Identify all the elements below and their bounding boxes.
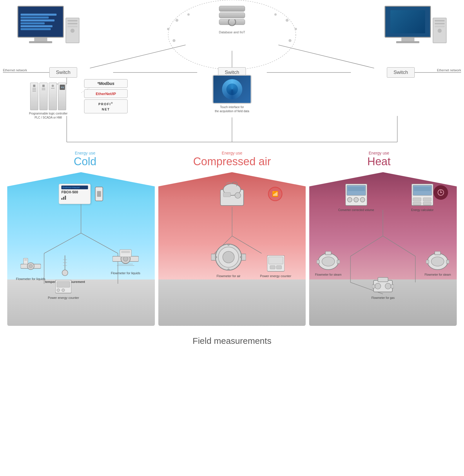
svg-point-67 [223,251,234,263]
energy-air-title: Compressed air [164,155,300,168]
svg-point-47 [123,257,128,261]
svg-point-18 [175,19,178,22]
svg-line-2 [90,45,186,68]
svg-point-25 [274,13,277,16]
svg-point-104 [375,283,381,289]
flowmeter-liquids-2-label: Flowmeter for liquids [111,271,140,275]
calculator-box: Energy calculator [411,184,434,212]
svg-point-98 [322,257,335,266]
converter-label: Converter corrected volume [338,208,374,212]
svg-rect-88 [423,202,431,205]
svg-point-23 [295,28,297,30]
svg-point-70 [215,256,217,258]
left-computer-label: Ethernet network [3,68,27,72]
svg-rect-103 [378,277,388,282]
temp-sensor: temperature measurement [45,255,85,284]
svg-rect-75 [276,266,282,269]
power-energy-air-label: Power energy counter [260,274,291,278]
svg-point-80 [354,197,358,202]
fbox-device: Endress+Hauser FBOX-500 [59,184,103,204]
flowmeter-air: Flowmeter for air [211,242,246,278]
energy-air-subtitle: Energy use [164,151,300,155]
svg-point-105 [385,283,391,289]
svg-point-69 [228,269,229,270]
svg-rect-86 [423,198,431,201]
svg-rect-49 [121,251,130,253]
plc-label: Programmable logic controllerPLC / SCADA… [29,112,68,120]
svg-rect-53 [57,281,70,287]
db-label: Database and IIoT [215,30,249,34]
svg-line-3 [278,45,374,68]
flowmeter-steam-1: Flowmeter for steam [315,251,341,277]
wireless-icon: 📶 [268,187,282,201]
hmi-label: Touch interface forthe acquisition of fi… [213,105,252,113]
panels-row: Endress+Hauser FBOX-500 [0,169,464,329]
svg-rect-101 [325,251,331,255]
svg-rect-99 [317,260,320,264]
field-measurements-label: Field measurements [0,329,464,352]
svg-point-109 [431,257,444,266]
left-computer [17,6,79,43]
cold-panel: Endress+Hauser FBOX-500 [7,172,155,326]
network-diagram: Ethernet network Ethernet network [0,0,464,148]
right-computer [385,6,447,43]
svg-rect-107 [391,285,394,288]
svg-rect-111 [446,260,449,264]
svg-rect-84 [414,187,431,191]
svg-point-59 [235,192,241,198]
svg-rect-100 [337,260,340,264]
right-computer-label: Ethernet network [437,68,461,72]
svg-rect-74 [270,266,275,269]
flowmeter-air-label: Flowmeter for air [211,274,246,278]
svg-point-19 [167,28,169,30]
svg-point-21 [187,13,190,16]
svg-rect-58 [223,192,231,197]
valve-icon [434,185,448,200]
flowmeter-steam-1-label: Flowmeter for steam [315,273,341,277]
protocol-boxes: *Modbus EtherNet/IP PROFI®NET [84,78,128,115]
svg-point-24 [289,39,291,42]
svg-rect-110 [426,260,429,264]
energy-cold: Energy use Cold [12,151,159,168]
flowmeter-liquids-1: Flowmeter for liquids [16,257,45,281]
svg-point-37 [29,264,32,268]
svg-rect-85 [413,198,421,201]
power-energy-cold-label: Power energy counter [48,296,79,300]
svg-point-90 [440,192,441,193]
power-energy-cold: Power energy counter [48,280,79,300]
svg-point-54 [57,289,60,292]
svg-rect-112 [435,251,441,255]
flowmeter-gas-label: Flowmeter for gas [371,296,395,300]
energy-labels-row: Energy use Cold Energy use Compressed ai… [0,148,464,168]
flowmeter-steam-2-label: Flowmeter for steam [425,273,451,277]
energy-cold-title: Cold [17,155,153,168]
svg-point-79 [347,197,352,202]
power-energy-air: Power energy counter [260,255,291,278]
svg-point-71 [240,256,242,258]
svg-rect-39 [24,259,27,261]
svg-rect-106 [372,285,375,288]
svg-point-20 [173,39,175,42]
energy-heat: Energy use Heat [305,151,452,168]
flowmeter-liquids-2: Flowmeter for liquids [111,248,140,275]
plc-unit: F2 Programmable logic controllerPLC / SC… [29,83,68,120]
flowmeter-gas: Flowmeter for gas [371,276,395,300]
energy-cold-subtitle: Energy use [17,151,153,155]
phone-device [95,187,103,201]
svg-point-22 [286,19,289,22]
svg-rect-48 [120,250,131,257]
svg-point-68 [228,244,229,246]
switch-right: Switch [387,67,415,78]
flowmeter-liquids-1-label: Flowmeter for liquids [16,277,45,281]
svg-rect-78 [348,187,365,191]
flowmeter-steam-2: Flowmeter for steam [425,251,451,277]
air-panel: 📶 [158,172,306,326]
energy-air: Energy use Compressed air [159,151,306,168]
converter-box: Converter corrected volume [338,184,374,212]
svg-rect-87 [413,202,421,205]
calculator-label: Energy calculator [411,208,434,212]
heat-panel: Converter corrected volume Energy calcul… [309,172,457,326]
switch-left: Switch [49,67,77,78]
hmi-screen: Touch interface forthe acquisition of fi… [213,75,252,113]
svg-point-55 [62,289,65,292]
